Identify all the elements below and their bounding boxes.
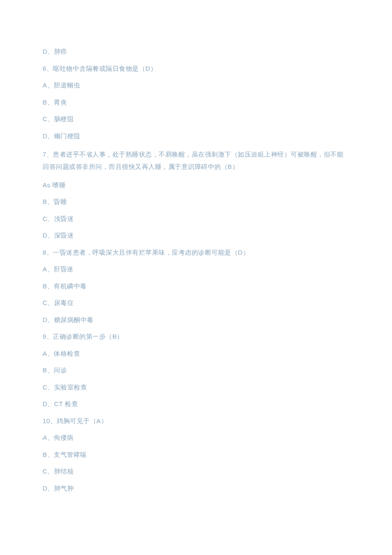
- text-line: B、问诊: [43, 366, 349, 375]
- text-line: 7、患者进乎不省人事，处于熟睡状态，不易唤醒，虽在强刺激下（如压迫眶上神经）可被…: [43, 148, 349, 173]
- option-prefix: A: [43, 434, 47, 441]
- text-line: B、有机磷中毒: [43, 282, 349, 291]
- text-line: 8、一昏迷患者，呼吸深大且伴有烂苹果味，应考虑的诊断可能是（D）: [43, 248, 349, 258]
- text-line: A、胆道蛔虫: [43, 81, 349, 90]
- text-line: A、肝昏迷: [43, 264, 349, 274]
- text-line: 10、鸡胸可见于（A）: [43, 416, 349, 426]
- text-line: D、幽门梗阻: [43, 131, 349, 141]
- text-line: B、支气管哮喘: [43, 450, 349, 460]
- text-line: As 嗜睡: [43, 180, 349, 190]
- text-line: 9、正确诊断的第一步（B）: [43, 332, 349, 342]
- text-line: D、肺癌: [43, 47, 349, 57]
- text-line: A、佝偻病: [43, 433, 349, 443]
- text-line: B、胃炎: [43, 98, 349, 108]
- text-line: C、肠梗阻: [43, 114, 349, 124]
- option-text: 、佝偻病: [47, 434, 74, 441]
- text-line: D、深昏迷: [43, 231, 349, 241]
- text-line: 6、呕吐物中含隔餐或隔日食物是（D）: [43, 64, 349, 74]
- text-line: A、体格检查: [43, 349, 349, 359]
- text-line: C、实验室检查: [43, 383, 349, 392]
- text-line: B、昏睡: [43, 197, 349, 207]
- text-line: D、CT 检查: [43, 399, 349, 409]
- text-line: C、浅昏迷: [43, 214, 349, 224]
- document-body: D、肺癌6、呕吐物中含隔餐或隔日食物是（D）A、胆道蛔虫B、胃炎C、肠梗阻D、幽…: [43, 47, 349, 493]
- text-line: C、肺结核: [43, 467, 349, 477]
- text-line: D、糖尿病酮中毒: [43, 315, 349, 325]
- text-line: C、尿毒症: [43, 298, 349, 308]
- text-line: D、肺气肿: [43, 484, 349, 494]
